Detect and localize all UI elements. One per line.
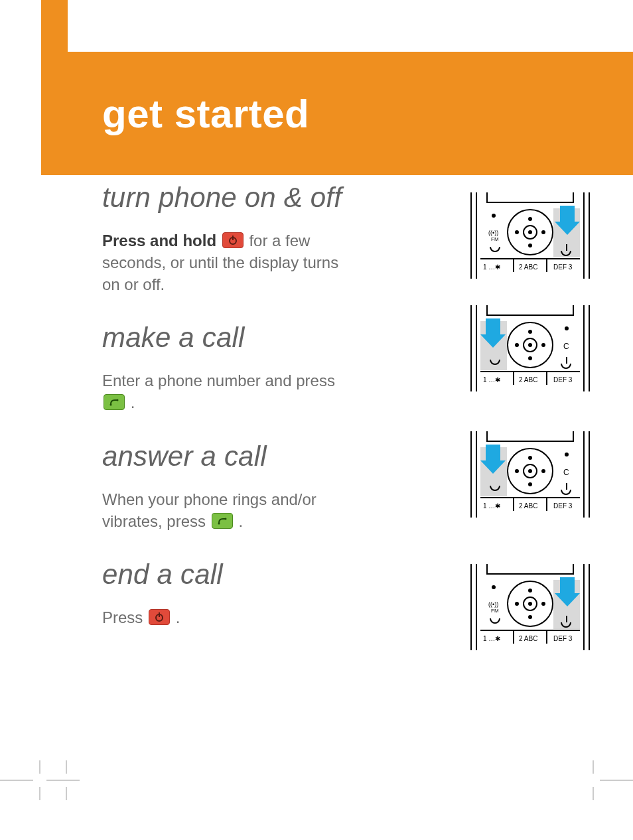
svg-point-84 xyxy=(492,586,495,589)
keypad-illustration-power: ((•)) FM 1 …✱ 2 ABC DEF 3 xyxy=(467,192,593,279)
svg-rect-28 xyxy=(560,206,575,222)
body-end-call: Press . xyxy=(102,606,354,628)
send-key-icon xyxy=(212,513,233,529)
svg-point-39 xyxy=(529,344,531,346)
key-2-label: 2 ABC xyxy=(519,502,537,510)
svg-point-21 xyxy=(529,244,531,247)
svg-rect-68 xyxy=(486,445,500,460)
svg-rect-48 xyxy=(486,318,500,334)
body-lead-3: When your phone rings and/or vibrates, p… xyxy=(102,490,316,530)
svg-point-40 xyxy=(516,344,518,346)
keypad-illustration-answer: C 1 …✱ 2 ABC DEF 3 xyxy=(467,431,593,518)
svg-point-42 xyxy=(529,330,531,333)
body-tail-2: . xyxy=(131,393,135,411)
svg-point-17 xyxy=(529,231,531,234)
svg-point-22 xyxy=(492,214,495,217)
key-1-label: 1 …✱ xyxy=(483,502,500,510)
svg-text:((•)): ((•)) xyxy=(488,230,498,236)
header-banner: get started xyxy=(41,52,633,175)
page-title: get started xyxy=(102,91,309,137)
key-2-label: 2 ABC xyxy=(519,376,537,384)
svg-point-43 xyxy=(529,357,531,360)
page: get started turn phone on & off Press an… xyxy=(0,0,633,840)
keypad-illustration-send: C 1 …✱ 2 ABC DEF 3 xyxy=(467,305,593,391)
svg-point-3 xyxy=(117,399,119,401)
svg-point-79 xyxy=(529,602,531,605)
svg-text:((•)): ((•)) xyxy=(488,601,498,608)
svg-point-63 xyxy=(529,483,531,486)
svg-point-82 xyxy=(529,589,531,592)
body-answer-call: When your phone rings and/or vibrates, p… xyxy=(102,488,354,532)
body-make-call: Enter a phone number and press . xyxy=(102,370,354,413)
svg-point-4 xyxy=(218,522,220,524)
power-key-icon xyxy=(149,609,170,625)
key-3-label: DEF 3 xyxy=(553,502,573,510)
svg-text:C: C xyxy=(563,342,569,351)
body-turn-on-off: Press and hold for a few seconds, or unt… xyxy=(102,230,354,295)
body-lead-2: Enter a phone number and press xyxy=(102,372,335,389)
key-1-label: 1 …✱ xyxy=(483,376,500,384)
keypad-illustration-end: ((•)) FM 1 …✱ 2 ABC DEF 3 xyxy=(467,564,593,650)
svg-point-60 xyxy=(516,470,518,472)
crop-mark-icon xyxy=(580,760,633,800)
svg-point-59 xyxy=(529,470,531,472)
svg-point-18 xyxy=(516,231,518,234)
key-1-label: 1 …✱ xyxy=(483,635,500,642)
svg-point-2 xyxy=(110,404,112,406)
svg-point-80 xyxy=(516,602,518,605)
svg-point-41 xyxy=(542,344,545,346)
key-2-label: 2 ABC xyxy=(519,635,537,642)
crop-mark-icon xyxy=(0,760,80,800)
svg-text:C: C xyxy=(563,468,569,477)
header-tab xyxy=(41,0,68,52)
svg-text:FM: FM xyxy=(491,608,499,614)
svg-point-61 xyxy=(542,470,545,472)
key-3-label: DEF 3 xyxy=(553,263,573,271)
key-2-label: 2 ABC xyxy=(519,263,537,271)
send-key-icon xyxy=(104,394,125,410)
body-lead-4: Press xyxy=(102,608,147,626)
key-3-label: DEF 3 xyxy=(553,635,573,642)
power-key-icon xyxy=(222,232,244,248)
svg-rect-90 xyxy=(560,577,575,593)
key-1-label: 1 …✱ xyxy=(483,263,500,271)
body-tail-3: . xyxy=(238,512,243,530)
svg-point-19 xyxy=(542,231,545,234)
svg-point-81 xyxy=(542,602,545,605)
key-3-label: DEF 3 xyxy=(553,376,573,384)
svg-point-62 xyxy=(529,456,531,459)
svg-point-83 xyxy=(529,616,531,618)
emphasis-press-hold: Press and hold xyxy=(102,232,221,249)
svg-point-5 xyxy=(224,518,226,520)
svg-point-65 xyxy=(565,453,568,456)
svg-point-20 xyxy=(529,218,531,220)
svg-point-45 xyxy=(565,327,568,330)
body-tail-4: . xyxy=(176,608,180,626)
svg-text:FM: FM xyxy=(491,236,499,242)
